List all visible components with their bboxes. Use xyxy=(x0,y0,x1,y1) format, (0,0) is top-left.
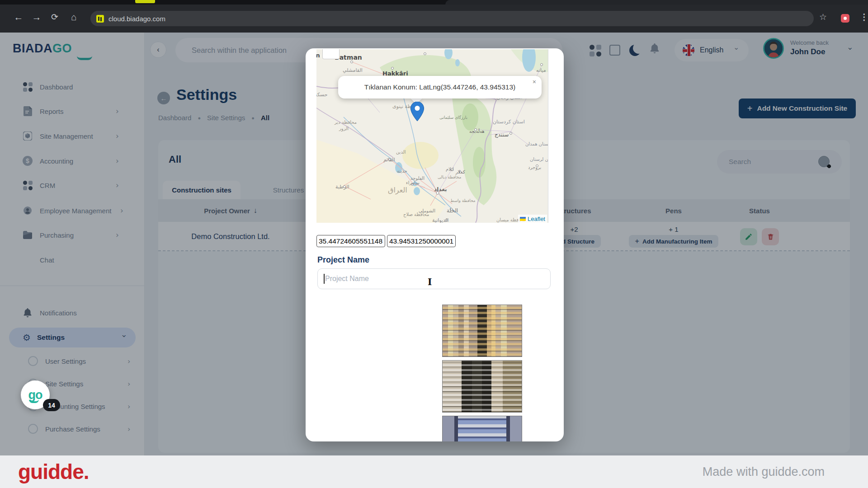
map-label: بغداد xyxy=(434,186,447,192)
latitude-input[interactable] xyxy=(316,235,385,247)
add-construction-site-modal: inBatmanHakkâriالقامشليحسكةمحافظة نينوىم… xyxy=(306,48,564,441)
browser-reload-button[interactable]: ⟳ xyxy=(48,12,61,22)
project-name-label: Project Name xyxy=(317,255,369,265)
address-bar[interactable]: cloud.biadago.com xyxy=(90,11,814,26)
browser-tab-strip xyxy=(0,0,868,5)
bookmark-star-icon[interactable]: ☆ xyxy=(819,12,827,22)
guidde-smile-icon xyxy=(29,399,39,403)
building-facade-image-2[interactable] xyxy=(442,360,522,413)
map-popup: Tıklanan Konum: LatLng(35.447246, 43.945… xyxy=(338,76,542,99)
map-label: ايلام xyxy=(446,167,454,172)
map-label: استان كردستان xyxy=(493,119,525,125)
project-name-input[interactable] xyxy=(317,268,551,289)
map-label: هەڵەبجە xyxy=(469,129,485,134)
browser-forward-button[interactable]: → xyxy=(30,12,43,23)
map-label: استان لرستان xyxy=(530,157,548,162)
map-label: in xyxy=(316,52,320,59)
longitude-input[interactable] xyxy=(387,235,456,247)
map-label: محافظة ديالى xyxy=(438,175,461,179)
leaflet-attribution[interactable]: Leaflet xyxy=(518,215,547,223)
guidde-logo: guidde. xyxy=(18,460,89,484)
browser-chrome: ← → ⟳ ⌂ cloud.biadago.com ☆ ⋮ xyxy=(0,0,868,33)
map-label: محافظة دير xyxy=(335,120,357,125)
map-label: بارزگای سلێمانی xyxy=(439,115,467,120)
browser-back-button[interactable]: ← xyxy=(12,12,25,23)
map-label: سامراء xyxy=(406,180,420,185)
map-label: سنندج xyxy=(495,131,509,138)
text-caret xyxy=(324,274,325,284)
map-label: الشوملي xyxy=(419,208,435,213)
browser-active-tab[interactable] xyxy=(445,0,868,5)
browser-menu-icon[interactable]: ⋮ xyxy=(860,12,868,22)
popup-text: Tıklanan Konum: LatLng(35.447246, 43.945… xyxy=(364,83,515,91)
map-label: العراق xyxy=(388,186,407,194)
guidde-step-badge: 14 xyxy=(43,399,60,411)
map-label: الزور xyxy=(339,126,349,131)
map-label: الفلوجة xyxy=(410,176,425,181)
map-label: الدين xyxy=(396,150,406,155)
map-graphics xyxy=(316,49,548,223)
map-label: ميانه xyxy=(536,67,546,73)
guidde-footer: guidde. Made with guidde.com xyxy=(0,455,868,488)
map-zoom-control[interactable] xyxy=(322,49,340,59)
map-label: الرطبة xyxy=(335,184,349,190)
url-text: cloud.biadago.com xyxy=(108,15,165,23)
popup-close-icon[interactable]: × xyxy=(533,78,536,85)
building-facade-image-1[interactable] xyxy=(442,305,522,357)
map-label: القائم xyxy=(383,157,395,163)
ukraine-flag-icon xyxy=(520,217,526,221)
browser-home-button[interactable]: ⌂ xyxy=(67,12,80,23)
ibeam-cursor: I xyxy=(428,277,432,287)
extension-icon[interactable] xyxy=(841,14,849,23)
map-label: محافظة واسط xyxy=(450,198,476,203)
map-label: بروجرد xyxy=(528,165,541,170)
map-label: الحلة xyxy=(447,207,458,214)
map-label: استان همدان xyxy=(525,141,548,146)
building-facade-image-3[interactable] xyxy=(442,416,522,441)
site-favicon-icon xyxy=(96,15,104,23)
map-label: حديثة xyxy=(397,169,407,174)
map-label: كەلار xyxy=(456,169,465,174)
map-label: القامشلي xyxy=(343,67,363,73)
map-label: الديوانية xyxy=(432,217,448,223)
map-label: حسكة xyxy=(316,92,328,98)
leaflet-map[interactable]: inBatmanHakkâriالقامشليحسكةمحافظة نينوىم… xyxy=(316,49,548,223)
made-with-text: Made with guidde.com xyxy=(703,465,825,479)
browser-pinned-tab[interactable] xyxy=(135,0,155,3)
